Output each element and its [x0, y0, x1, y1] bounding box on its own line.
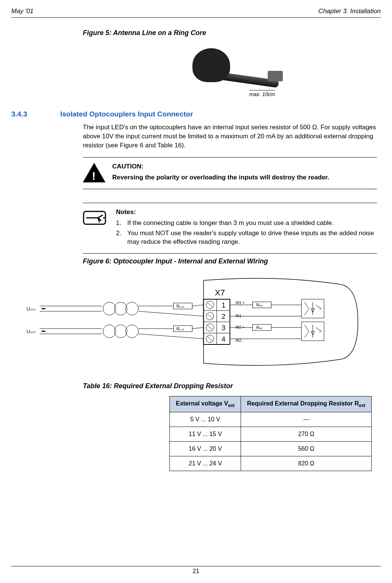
caution-heading: CAUTION: — [112, 163, 377, 170]
caution-callout: CAUTION: Reversing the polarity or overl… — [83, 157, 377, 189]
svg-line-14 — [207, 336, 213, 341]
svg-text:IN2 -: IN2 - — [236, 338, 244, 343]
svg-point-53 — [114, 325, 127, 338]
table-cell: 21 V ... 24 V — [170, 456, 241, 471]
svg-line-10 — [207, 314, 213, 319]
note-text: If the connecting cable is longer than 3… — [127, 219, 334, 228]
svg-text:4: 4 — [222, 335, 226, 343]
figure5-caption: Figure 5: Antenna Line on a Ring Core — [83, 29, 377, 37]
svg-text:Rᵢₙₜ: Rᵢₙₜ — [256, 325, 263, 330]
table-cell: --- — [241, 412, 372, 427]
table-row: 16 V ... 20 V 560 Ω — [170, 442, 372, 456]
section-title: Isolated Optocouplers Input Connector — [60, 110, 193, 118]
section-heading: 3.4.3 Isolated Optocouplers Input Connec… — [11, 110, 381, 118]
svg-text:Rₑₓₜ: Rₑₓₜ — [177, 304, 185, 308]
note-item: 1. If the connecting cable is longer tha… — [116, 219, 377, 228]
svg-text:Rₑₓₜ: Rₑₓₜ — [177, 326, 185, 331]
table-cell: 16 V ... 20 V — [170, 442, 241, 456]
table16-caption: Table 16: Required External Dropping Res… — [83, 382, 377, 390]
notes-list: 1. If the connecting cable is longer tha… — [116, 219, 377, 246]
table-cell: 5 V ... 10 V — [170, 412, 241, 427]
table16: External voltage Vext Required External … — [169, 396, 372, 471]
svg-text:Uₑₓₜ: Uₑₓₜ — [27, 329, 36, 334]
hand-pointing-icon — [83, 208, 109, 227]
x7-label: X7 — [215, 288, 225, 297]
figure6-diagram: X7 1 2 3 4 IN1 + IN1 - IN2 + IN2 - Rᵢₙₜ … — [11, 273, 381, 371]
svg-text:3: 3 — [222, 324, 226, 332]
section-number: 3.4.3 — [11, 110, 34, 118]
table-cell: 11 V ... 15 V — [170, 427, 241, 442]
table-header: External voltage Vext — [170, 396, 241, 412]
figure5-image: max. 10cm — [83, 44, 377, 99]
svg-line-58 — [139, 334, 204, 339]
svg-text:Rᵢₙₜ: Rᵢₙₜ — [256, 303, 263, 307]
warning-icon — [83, 163, 105, 184]
table-row: 5 V ... 10 V --- — [170, 412, 372, 427]
table-cell: 270 Ω — [241, 427, 372, 442]
svg-text:Uₑₓₜ: Uₑₓₜ — [27, 306, 36, 312]
notes-callout: Notes: 1. If the connecting cable is lon… — [83, 203, 377, 254]
svg-point-54 — [126, 325, 139, 338]
header-left: May '01 — [11, 8, 34, 15]
header-right: Chapter 3. Installation — [319, 8, 381, 15]
note-text: You must NOT use the reader's supply vol… — [127, 229, 377, 246]
figure6-caption: Figure 6: Optocoupler Input - Internal a… — [83, 257, 377, 265]
svg-line-12 — [207, 325, 213, 330]
note-number: 2. — [116, 229, 123, 246]
notes-heading: Notes: — [116, 208, 377, 216]
table-cell: 820 Ω — [241, 456, 372, 471]
svg-point-51 — [126, 302, 139, 315]
svg-point-50 — [114, 302, 127, 315]
svg-line-8 — [207, 302, 213, 308]
caution-body: Reversing the polarity or overloading th… — [112, 173, 377, 182]
note-number: 1. — [116, 219, 123, 228]
svg-line-56 — [139, 311, 204, 316]
svg-text:IN1 +: IN1 + — [236, 301, 245, 305]
table-row: 11 V ... 15 V 270 Ω — [170, 427, 372, 442]
svg-text:1: 1 — [222, 301, 226, 309]
svg-point-49 — [103, 302, 116, 315]
svg-point-1 — [103, 217, 105, 219]
section-body: The input LED's on the optocouplers have… — [83, 123, 377, 150]
svg-line-64 — [192, 327, 204, 329]
figure5-max-label: max. 10cm — [249, 90, 275, 97]
svg-text:2: 2 — [222, 313, 226, 320]
svg-line-61 — [192, 305, 204, 306]
table-header: Required External Dropping Resistor Rext — [241, 396, 372, 412]
page-number: 21 — [11, 566, 381, 575]
svg-point-52 — [103, 325, 116, 338]
page-header: May '01 Chapter 3. Installation — [11, 8, 381, 18]
table-cell: 560 Ω — [241, 442, 372, 456]
table-row: 21 V ... 24 V 820 Ω — [170, 456, 372, 471]
note-item: 2. You must NOT use the reader's supply … — [116, 229, 377, 246]
